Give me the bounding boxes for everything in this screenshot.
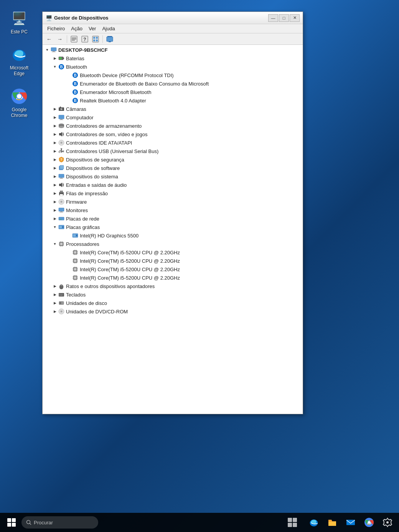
titlebar: 🖥️ Gestor de Dispositivos — □ ✕: [43, 12, 303, 24]
back-button[interactable]: ←: [44, 35, 54, 44]
desktop-icon-chrome[interactable]: Google Chrome: [4, 86, 35, 120]
tree-item[interactable]: ▶ Câmaras: [43, 105, 303, 113]
menu-ajuda[interactable]: Ajuda: [99, 25, 118, 32]
tree-item-icon: [72, 257, 79, 264]
svg-rect-134: [59, 294, 60, 295]
tree-item[interactable]: ▼ Placas gráficas: [43, 223, 303, 231]
svg-point-72: [59, 219, 60, 220]
tree-item[interactable]: Intel(R) Core(TM) i5-5200U CPU @ 2.20GHz: [43, 265, 303, 273]
tree-item[interactable]: ▶ Entradas e saídas de áudio: [43, 181, 303, 189]
tree-item[interactable]: ▶ Controladores de som, vídeo e jogos: [43, 130, 303, 138]
tree-item-label: Unidades de DVD/CD-ROM: [66, 309, 128, 315]
menu-ver[interactable]: Ver: [86, 25, 99, 32]
tree-item[interactable]: B Bluetooth Device (RFCOMM Protocol TDI): [43, 71, 303, 79]
tree-item-label: Realtek Bluetooth 4.0 Adapter: [80, 98, 146, 104]
svg-rect-158: [293, 523, 297, 527]
tree-item[interactable]: ▼ Processadores: [43, 240, 303, 248]
forward-button[interactable]: →: [55, 35, 65, 44]
svg-rect-57: [60, 165, 64, 169]
chrome-label: Google Chrome: [5, 107, 33, 118]
tree-item[interactable]: ▶ Filas de impressão: [43, 189, 303, 198]
svg-rect-38: [60, 107, 61, 107]
tree-item[interactable]: ▶ Controladores USB (Universal Serial Bu…: [43, 147, 303, 155]
menubar: Ficheiro Ação Ver Ajuda: [43, 24, 303, 33]
tree-item-icon: [58, 114, 65, 121]
tree-item-icon: [72, 266, 79, 273]
svg-rect-152: [12, 523, 16, 527]
files-taskbar-icon[interactable]: [324, 514, 341, 531]
tree-item-label: Intel(R) Core(TM) i5-5200U CPU @ 2.20GHz: [80, 250, 180, 255]
svg-rect-19: [51, 48, 56, 51]
tree-item[interactable]: ▶ Placas de rede: [43, 214, 303, 223]
tree-item[interactable]: ▶ Monitores: [43, 206, 303, 214]
desktop-icon-este-pc[interactable]: 🖥️ Este PC: [4, 8, 35, 36]
window-title: Gestor de Dispositivos: [54, 15, 268, 21]
start-button[interactable]: [3, 514, 20, 531]
tree-item[interactable]: Intel(R) Core(TM) i5-5200U CPU @ 2.20GHz: [43, 248, 303, 257]
svg-rect-155: [288, 518, 292, 522]
tree-item[interactable]: ▼ B Bluetooth: [43, 63, 303, 71]
svg-rect-70: [59, 212, 63, 212]
device-manager-button[interactable]: [91, 35, 101, 44]
tree-item-label: Processadores: [66, 241, 99, 247]
tree-item[interactable]: Intel(R) Core(TM) i5-5200U CPU @ 2.20GHz: [43, 273, 303, 282]
tree-item[interactable]: ▼ DESKTOP-9BSCHCF: [43, 46, 303, 54]
svg-rect-18: [109, 41, 111, 42]
properties-button[interactable]: [69, 35, 79, 44]
tree-item[interactable]: ▶ Teclados: [43, 290, 303, 299]
tree-item-label: Câmaras: [66, 106, 86, 112]
minimize-button[interactable]: —: [268, 14, 278, 22]
tree-item[interactable]: ▶ Unidades de disco: [43, 299, 303, 307]
este-pc-label: Este PC: [11, 29, 28, 35]
svg-rect-111: [74, 268, 76, 270]
tree-item-label: Firmware: [66, 199, 87, 205]
svg-text:B: B: [74, 82, 76, 86]
show-devices-button[interactable]: [105, 35, 115, 44]
chrome-taskbar-icon[interactable]: [361, 514, 378, 531]
settings-taskbar-icon[interactable]: [379, 514, 396, 531]
help-button[interactable]: ?: [80, 35, 90, 44]
svg-point-67: [61, 201, 62, 202]
tree-item[interactable]: ▶ Controladores IDE ATA/ATAPI: [43, 138, 303, 147]
desktop-icon-edge[interactable]: Microsoft Edge: [4, 44, 35, 78]
maximize-button[interactable]: □: [279, 14, 289, 22]
tree-item[interactable]: ▶ Dispositivos do sistema: [43, 172, 303, 181]
svg-point-44: [59, 126, 64, 128]
tree-item[interactable]: ▶ ? Dispositivos de segurança: [43, 155, 303, 164]
tree-item-icon: [58, 122, 65, 129]
svg-rect-58: [59, 174, 64, 178]
tree-item-label: Enumerador Microsoft Bluetooth: [80, 89, 151, 95]
tree-item-icon: ?: [58, 156, 65, 163]
mail-taskbar-icon[interactable]: [342, 514, 359, 531]
menu-acao[interactable]: Ação: [68, 25, 86, 32]
tree-item[interactable]: ▶ Baterias: [43, 54, 303, 63]
este-pc-icon: 🖥️: [10, 9, 28, 28]
menu-ficheiro[interactable]: Ficheiro: [44, 25, 68, 32]
svg-rect-20: [53, 51, 55, 52]
tree-item[interactable]: ▶ Computador: [43, 113, 303, 122]
device-tree[interactable]: ▼ DESKTOP-9BSCHCF ▶ Baterias ▼ B Bluetoo…: [43, 45, 303, 414]
tree-item[interactable]: Intel(R) HD Graphics 5500: [43, 231, 303, 240]
close-button[interactable]: ✕: [290, 14, 300, 22]
tree-item[interactable]: B Realtek Bluetooth 4.0 Adapter: [43, 96, 303, 105]
tree-item[interactable]: ▶ Firmware: [43, 198, 303, 206]
tree-item[interactable]: ▶ Ratos e outros dispositivos apontadore…: [43, 282, 303, 290]
svg-point-53: [59, 151, 60, 153]
tree-item-label: Controladores de armazenamento: [66, 123, 142, 129]
task-view-button[interactable]: [281, 514, 304, 531]
svg-rect-137: [63, 294, 63, 295]
taskbar-search[interactable]: Procurar: [21, 516, 98, 529]
tree-item-label: Filas de impressão: [66, 191, 108, 196]
tree-item[interactable]: ▶ Dispositivos de software: [43, 164, 303, 172]
tree-item-label: Ratos e outros dispositivos apontadores: [66, 283, 155, 289]
search-placeholder: Procurar: [34, 520, 53, 525]
tree-item[interactable]: ▶ Controladores de armazenamento: [43, 122, 303, 130]
tree-item[interactable]: B Enumerador Microsoft Bluetooth: [43, 88, 303, 96]
svg-point-76: [62, 226, 64, 228]
tree-item[interactable]: Intel(R) Core(TM) i5-5200U CPU @ 2.20GHz: [43, 257, 303, 265]
svg-point-148: [61, 311, 62, 312]
tree-item[interactable]: ▶ Unidades de DVD/CD-ROM: [43, 307, 303, 316]
svg-text:B: B: [60, 65, 63, 69]
edge-taskbar-icon[interactable]: [305, 514, 322, 531]
tree-item[interactable]: B Enumerador de Bluetooth de Baixo Consu…: [43, 79, 303, 88]
